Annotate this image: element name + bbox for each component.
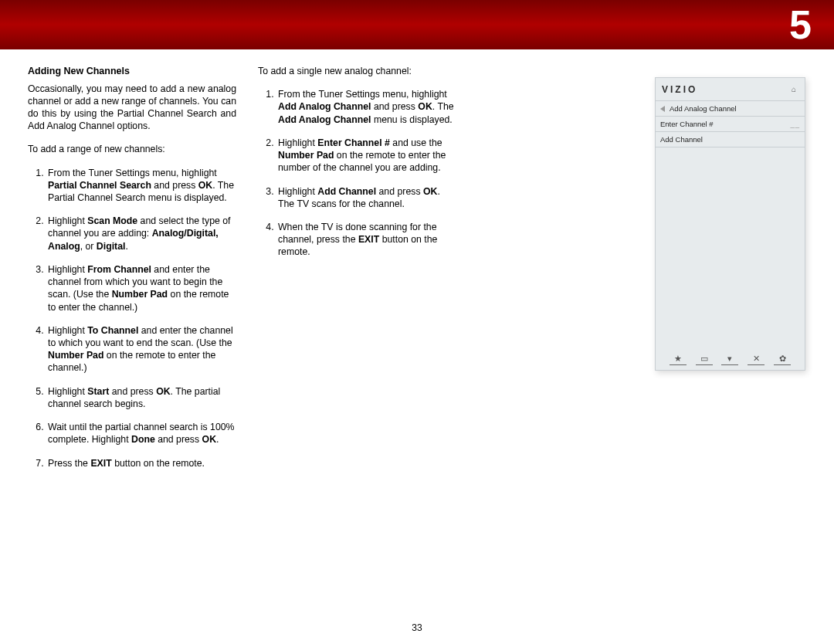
step-item: Highlight Enter Channel # and use the Nu… [276, 137, 457, 175]
header-band: 5 [0, 0, 834, 49]
step-item: Highlight Add Channel and press OK. The … [276, 185, 457, 210]
home-icon: ⌂ [792, 85, 798, 93]
osd-row-enter-channel: Enter Channel # __ [656, 117, 805, 132]
column-left: Adding New Channels Occasionally, you ma… [28, 65, 236, 480]
osd-breadcrumb: Add Analog Channel [656, 101, 805, 117]
osd-footer-icons: ★▭▾✕✿ [656, 354, 805, 365]
osd-row-label: Enter Channel # [660, 120, 714, 128]
osd-footer-icon: ✿ [774, 354, 791, 365]
osd-breadcrumb-label: Add Analog Channel [670, 104, 737, 113]
section-heading: Adding New Channels [28, 65, 236, 78]
column-right: To add a single new analog channel: From… [258, 65, 457, 480]
osd-footer-icon: ✕ [748, 354, 764, 365]
osd-footer-icon: ★ [670, 354, 687, 365]
osd-brand: VIZIO [662, 84, 697, 95]
step-item: Highlight From Channel and enter the cha… [46, 263, 236, 314]
osd-row-value: __ [790, 120, 800, 128]
step-item: When the TV is done scanning for the cha… [276, 221, 457, 259]
lead-text-left: To add a range of new channels: [28, 143, 236, 155]
back-icon [660, 106, 665, 112]
step-item: Highlight To Channel and enter the chann… [46, 324, 236, 375]
osd-row-label: Add Channel [660, 135, 703, 144]
osd-footer-icon: ▾ [721, 354, 738, 365]
steps-list-right: From the Tuner Settings menu, highlight … [258, 88, 457, 258]
osd-panel: VIZIO ⌂ Add Analog Channel Enter Channel… [655, 77, 805, 371]
osd-footer-icon: ▭ [696, 354, 713, 365]
step-item: From the Tuner Settings menu, highlight … [46, 167, 236, 205]
intro-paragraph: Occasionally, you may need to add a new … [28, 83, 236, 133]
step-item: Highlight Start and press OK. The partia… [46, 385, 236, 410]
step-item: From the Tuner Settings menu, highlight … [276, 88, 457, 126]
osd-row-add-channel: Add Channel [656, 132, 805, 147]
step-item: Press the EXIT button on the remote. [46, 457, 236, 469]
step-item: Highlight Scan Mode and select the type … [46, 215, 236, 253]
section-number: 5 [789, 0, 812, 49]
step-item: Wait until the partial channel search is… [46, 421, 236, 446]
steps-list-left: From the Tuner Settings menu, highlight … [28, 167, 236, 469]
page-number: 33 [0, 622, 834, 633]
lead-text-right: To add a single new analog channel: [258, 65, 457, 77]
osd-header: VIZIO ⌂ [656, 78, 805, 101]
